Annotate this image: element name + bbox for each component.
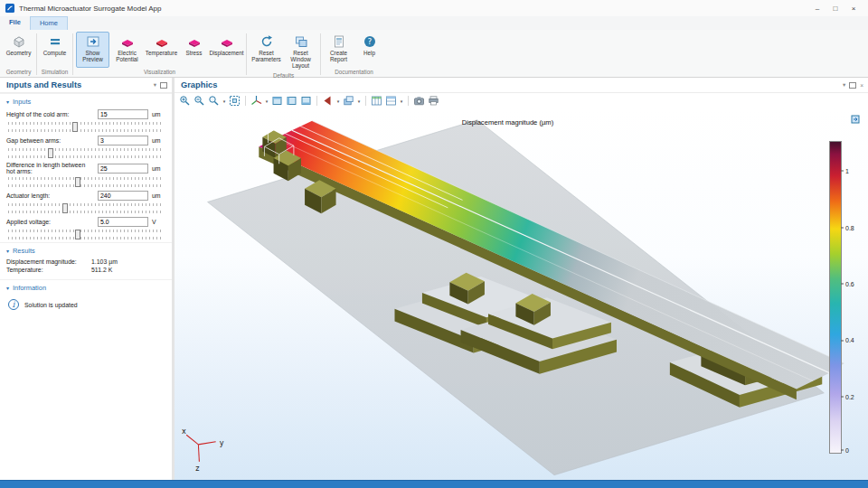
- gap-input[interactable]: [98, 136, 148, 145]
- stress-button[interactable]: Stress: [179, 32, 209, 68]
- file-menu[interactable]: File: [0, 16, 30, 30]
- chevron-down-icon: ▾: [6, 285, 9, 291]
- legend-tick: 1: [845, 167, 849, 174]
- slider-thumb[interactable]: [62, 203, 68, 213]
- graphics-canvas[interactable]: x y z Displacement magnitude (µm) 1 0.8 …: [175, 108, 868, 481]
- geometry-icon: [12, 34, 26, 49]
- ribbon-separator: [72, 33, 73, 75]
- panel-menu-icon[interactable]: ▾: [843, 81, 845, 89]
- button-label: Displacement: [209, 50, 243, 56]
- ribbon: Geometry Geometry Compute Simulation Sho…: [0, 30, 868, 78]
- plot-settings-button[interactable]: [384, 94, 398, 108]
- scene-light-button[interactable]: [321, 94, 335, 108]
- environment-button[interactable]: [342, 94, 355, 108]
- zoom-in-button[interactable]: [178, 94, 192, 108]
- view-xz-button[interactable]: [299, 94, 313, 108]
- displacement-button[interactable]: Displacement: [210, 32, 243, 68]
- temperature-button[interactable]: Temperature: [145, 32, 178, 68]
- compute-button[interactable]: Compute: [40, 32, 70, 68]
- ribbon-separator: [246, 33, 247, 75]
- applied-voltage-slider[interactable]: [6, 229, 165, 240]
- caret-icon: ▾: [399, 99, 404, 104]
- panel-title: Graphics: [181, 80, 217, 89]
- electric-potential-button[interactable]: Electric Potential: [110, 32, 144, 68]
- section-inputs[interactable]: ▾ Inputs: [0, 93, 172, 108]
- difference-input[interactable]: [98, 164, 148, 174]
- ribbon-group-defaults: Reset Parameters Reset Window Layout Def…: [250, 32, 317, 77]
- legend-tick: 0.2: [845, 393, 854, 399]
- field-unit: V: [152, 219, 165, 225]
- close-icon[interactable]: ×: [844, 5, 863, 13]
- temperature-icon: [155, 34, 169, 49]
- geometry-button[interactable]: Geometry: [4, 32, 33, 68]
- axis-triad: x y z: [182, 427, 223, 473]
- field-label: Applied voltage:: [6, 219, 94, 225]
- reset-window-layout-icon: [294, 34, 308, 49]
- reset-parameters-button[interactable]: Reset Parameters: [250, 32, 283, 68]
- axis-x-label: x: [182, 427, 186, 436]
- field-unit: um: [152, 165, 165, 172]
- view-yz-button[interactable]: [285, 94, 298, 108]
- panel-header: Graphics ▾ ×: [175, 78, 868, 93]
- zoom-in-icon: [179, 95, 191, 107]
- stress-icon: [187, 34, 202, 49]
- slider-thumb[interactable]: [75, 177, 80, 187]
- ribbon-group-documentation: Create Report ? Help Documentation: [324, 32, 384, 77]
- default-view-button[interactable]: [250, 94, 263, 108]
- gap-slider[interactable]: [6, 147, 165, 159]
- zoom-menu-button[interactable]: [207, 94, 221, 108]
- caret-icon: ▾: [264, 99, 269, 104]
- print-button[interactable]: [427, 94, 440, 108]
- show-preview-button[interactable]: Show Preview: [76, 32, 109, 68]
- slider-thumb[interactable]: [48, 148, 53, 158]
- slider-thumb[interactable]: [75, 230, 80, 239]
- zoom-out-button[interactable]: [193, 94, 206, 108]
- zoom-extents-button[interactable]: [228, 94, 241, 108]
- slider-thumb[interactable]: [72, 122, 78, 132]
- create-report-button[interactable]: Create Report: [324, 32, 354, 68]
- zoom-menu-icon: [208, 95, 220, 107]
- title-bar: Thermal Microactuator Surrogate Model Ap…: [0, 0, 868, 16]
- ribbon-group-visualization: Show Preview Electric Potential Temperat…: [76, 32, 243, 77]
- actuator-length-slider[interactable]: [6, 202, 165, 214]
- height-slider[interactable]: [6, 121, 165, 133]
- tab-home[interactable]: Home: [30, 16, 68, 30]
- height-input[interactable]: [98, 109, 148, 119]
- plot-export-icon[interactable]: [851, 115, 860, 124]
- ribbon-group-label: Visualization: [76, 68, 243, 77]
- section-title: Information: [13, 284, 46, 292]
- image-snapshot-button[interactable]: [412, 94, 426, 108]
- reset-window-layout-button[interactable]: Reset Window Layout: [284, 32, 317, 71]
- minimize-icon[interactable]: –: [808, 5, 826, 13]
- view-xy-button[interactable]: [270, 94, 284, 108]
- panel-title: Inputs and Results: [6, 80, 81, 89]
- panel-close-icon[interactable]: ×: [860, 82, 863, 89]
- maximize-icon[interactable]: □: [826, 5, 844, 13]
- result-temperature: Temperature: 511.2 K: [0, 266, 172, 274]
- 3d-scene[interactable]: x y z: [175, 108, 868, 481]
- camera-icon: [413, 95, 425, 107]
- panel-float-icon[interactable]: [849, 82, 856, 89]
- actuator-length-input[interactable]: [98, 191, 148, 201]
- difference-slider[interactable]: [6, 176, 165, 188]
- status-bar: [0, 480, 868, 488]
- applied-voltage-input[interactable]: [98, 217, 148, 227]
- axis-y-label: y: [220, 438, 224, 447]
- zoom-extents-icon: [229, 95, 241, 107]
- panel-float-icon[interactable]: [160, 82, 167, 89]
- chevron-down-icon: ▾: [6, 248, 9, 254]
- plot-settings-icon: [385, 95, 397, 107]
- ribbon-group-geometry: Geometry Geometry: [4, 32, 33, 77]
- color-table-button[interactable]: [370, 94, 383, 108]
- button-label: Create Report: [326, 50, 352, 62]
- button-label: Stress: [186, 50, 203, 56]
- zoom-out-icon: [193, 95, 205, 107]
- legend-tick: 0: [845, 446, 849, 453]
- reset-parameters-icon: [259, 34, 274, 49]
- section-results[interactable]: ▾ Results: [0, 242, 172, 258]
- ribbon-group-label: Documentation: [324, 68, 384, 77]
- panel-menu-icon[interactable]: ▾: [154, 81, 156, 89]
- help-button[interactable]: ? Help: [354, 32, 384, 68]
- section-information[interactable]: ▾ Information: [0, 279, 172, 295]
- field-label: Gap between arms:: [6, 137, 94, 144]
